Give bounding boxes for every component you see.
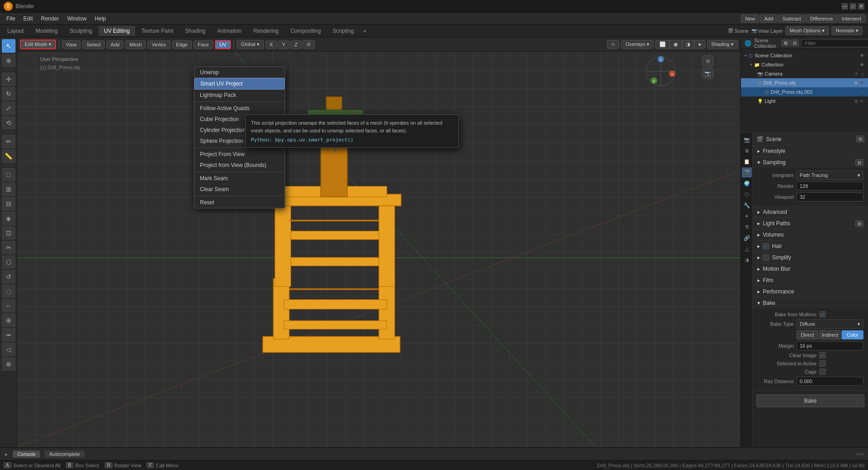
simplify-checkbox[interactable] <box>763 254 769 261</box>
shading-rendered[interactable]: ● <box>694 40 705 48</box>
viewport-vertex-menu[interactable]: Vertex <box>148 40 170 49</box>
motion-blur-header[interactable]: ▸ Motion Blur <box>753 263 868 274</box>
bake-direct-btn[interactable]: Direct <box>797 330 818 339</box>
tool-shrink[interactable]: ⊕ <box>2 313 15 327</box>
tool-smooth[interactable]: ◌ <box>2 284 15 298</box>
normals-button[interactable]: Normals ▾ <box>832 26 863 35</box>
props-particles-icon[interactable]: ✦ <box>742 211 752 221</box>
tool-extrude[interactable]: ⊞ <box>2 182 15 196</box>
collection-toggle[interactable]: 👁 <box>860 62 864 67</box>
view-layer-selector[interactable]: View Layer <box>758 28 783 34</box>
tool-annotate[interactable]: ✏ <box>2 135 15 148</box>
shading-solid[interactable]: ◉ <box>670 40 682 48</box>
outliner-filter[interactable]: ⊟ <box>791 40 799 46</box>
tool-move[interactable]: ✛ <box>2 72 15 86</box>
scene-collection-toggle[interactable]: 👁 <box>860 53 864 58</box>
light-paths-presets[interactable]: ⊟ <box>855 220 863 227</box>
props-view-layer-icon[interactable]: 📋 <box>742 157 752 167</box>
3d-viewport[interactable]: User Perspective (1) Drill_Press.obj Y X… <box>17 52 740 447</box>
tab-animation[interactable]: Animation <box>212 26 247 36</box>
tab-compositing[interactable]: Compositing <box>285 26 327 36</box>
menu-file[interactable]: File <box>3 15 19 23</box>
props-render-icon[interactable]: 📷 <box>742 135 752 145</box>
tree-scene-collection[interactable]: ▾ ⬡ Scene Collection 👁 <box>741 51 868 60</box>
tree-camera[interactable]: 📷 Camera 👁 ⊙ <box>741 69 868 78</box>
uv-menu-unwrap[interactable]: Unwrap <box>194 67 285 78</box>
tab-texture-paint[interactable]: Texture Paint <box>136 26 179 36</box>
tool-knife[interactable]: ✂ <box>2 241 15 254</box>
viewport-mesh-menu[interactable]: Mesh <box>125 40 146 49</box>
props-output-icon[interactable]: 🖥 <box>742 146 752 156</box>
menu-help[interactable]: Help <box>91 15 110 23</box>
tree-light[interactable]: 💡 Light ⊙ 👁 <box>741 96 868 106</box>
outliner-view-options[interactable]: ⊞ <box>781 40 790 46</box>
tool-push-pull[interactable]: ⥈ <box>2 328 15 342</box>
cage-checkbox[interactable] <box>819 369 826 375</box>
tool-inset[interactable]: ⊟ <box>2 197 15 211</box>
tool-shear[interactable]: ◁ <box>2 343 15 356</box>
bool-new-button[interactable]: New <box>741 15 759 23</box>
volumes-header[interactable]: ▸ Volumes <box>753 229 868 240</box>
viewport-add-menu[interactable]: Add <box>107 40 124 49</box>
minimize-button[interactable]: — <box>842 3 848 10</box>
camera-view[interactable]: 📷 <box>702 68 713 79</box>
uv-menu-project-from-view[interactable]: Project From View <box>194 149 285 160</box>
menu-window[interactable]: Window <box>63 15 90 23</box>
film-header[interactable]: ▸ Film <box>753 275 868 286</box>
uv-menu-clear-seam[interactable]: Clear Seam <box>194 184 285 195</box>
props-world-icon[interactable]: 🌍 <box>742 178 752 188</box>
tab-autocomplete[interactable]: Autocomplete <box>45 450 84 458</box>
bool-add-button[interactable]: Add <box>760 15 777 23</box>
margin-value[interactable]: 16 px <box>797 341 863 350</box>
menu-render[interactable]: Render <box>37 15 62 23</box>
viewport-face-menu[interactable]: Face <box>194 40 213 49</box>
viewport-select-menu[interactable]: Select <box>82 40 105 49</box>
y-axis-lock[interactable]: Y <box>278 40 289 49</box>
tab-console[interactable]: Console <box>13 450 40 458</box>
gizmo-button[interactable]: ⊹ <box>607 40 619 49</box>
add-workspace-button[interactable]: + <box>360 26 369 35</box>
drill-press-002-toggle[interactable]: 👁 <box>860 90 864 95</box>
props-data-icon[interactable]: △ <box>742 244 752 254</box>
props-modifier-icon[interactable]: 🔧 <box>742 200 752 210</box>
shading-options-button[interactable]: Shading ▾ <box>707 40 738 49</box>
tool-loop-cut[interactable]: ⊡ <box>2 226 15 240</box>
viewport-view-menu[interactable]: View <box>62 40 81 49</box>
tab-modeling[interactable]: Modeling <box>30 26 63 36</box>
sampling-presets[interactable]: ⊟ <box>855 159 863 166</box>
simplify-header[interactable]: ▸ Simplify <box>753 252 868 263</box>
bake-indirect-btn[interactable]: Indirect <box>819 330 841 339</box>
render-value[interactable]: 128 <box>797 182 863 191</box>
tool-spin[interactable]: ↺ <box>2 270 15 283</box>
uv-menu-follow-active-quads[interactable]: Follow Active Quads <box>194 103 285 114</box>
tree-drill-press[interactable]: ⬡ Drill_Press.obj ⚙ 👁 <box>741 78 868 87</box>
overlays-button[interactable]: Overlays ▾ <box>621 40 653 49</box>
uv-menu-mark-seam[interactable]: Mark Seam <box>194 173 285 184</box>
tree-collection[interactable]: ▾ 📁 Collection 👁 <box>741 60 868 69</box>
bool-intersect-button[interactable]: Intersect <box>838 15 865 23</box>
props-collapse-all[interactable]: ⊟ <box>856 136 864 142</box>
tool-bevel[interactable]: ◈ <box>2 212 15 225</box>
selected-to-active-checkbox[interactable] <box>819 360 826 367</box>
hair-header[interactable]: ▸ ✓ Hair <box>753 241 868 252</box>
maximize-button[interactable]: □ <box>850 3 856 10</box>
bake-button[interactable]: Bake <box>756 394 864 407</box>
x-axis-lock[interactable]: X <box>266 40 277 49</box>
advanced-header[interactable]: ▸ Advanced <box>753 207 868 217</box>
tree-drill-press-002[interactable]: ⬡ Drill_Press.obj.002 👁 <box>741 87 868 96</box>
shading-wireframe[interactable]: ⬜ <box>656 40 670 48</box>
performance-header[interactable]: ▸ Performance <box>753 286 868 297</box>
bool-subtract-button[interactable]: Subtract <box>778 15 805 23</box>
hair-checkbox[interactable]: ✓ <box>763 243 769 249</box>
viewport-value[interactable]: 32 <box>797 192 863 202</box>
tool-select[interactable]: ↖ <box>2 39 15 53</box>
ray-distance-value[interactable]: 0.000 <box>797 377 863 386</box>
freestyle-header[interactable]: ▸ Freestyle <box>753 146 868 157</box>
mesh-options-button[interactable]: Mesh Options ▾ <box>786 26 829 35</box>
edit-mode-button[interactable]: Edit Mode ▾ <box>20 40 56 49</box>
viewport-edge-menu[interactable]: Edge <box>172 40 192 49</box>
tab-uv-editing[interactable]: UV Editing <box>98 26 135 36</box>
z-axis-lock[interactable]: Z <box>291 40 302 49</box>
tab-scripting[interactable]: Scripting <box>327 26 359 36</box>
uv-menu-lightmap-pack[interactable]: Lightmap Pack <box>194 90 285 101</box>
